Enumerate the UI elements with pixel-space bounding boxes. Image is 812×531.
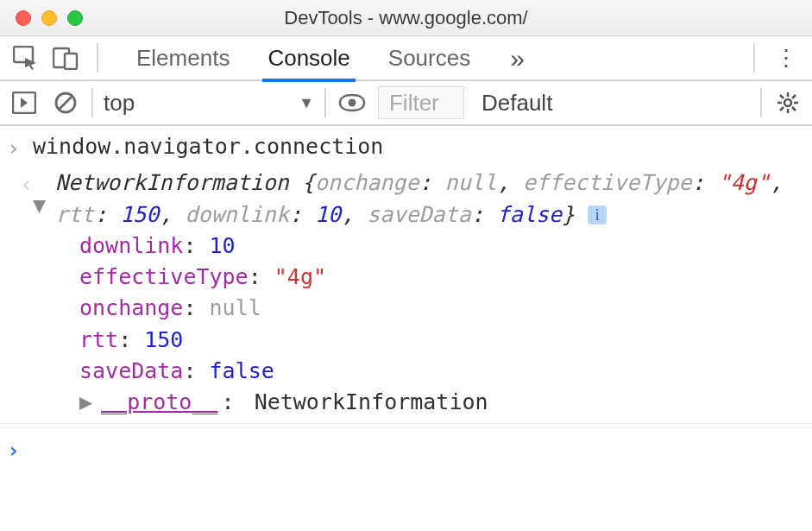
window-title: DevTools - www.google.com/ [0,7,812,29]
console-result: ▼ NetworkInformation {onchange: null, ef… [33,168,803,418]
console-result-row: › ▼ NetworkInformation {onchange: null, … [0,166,812,424]
svg-rect-0 [14,47,33,62]
inspect-element-icon[interactable] [9,41,43,75]
input-marker-icon: › [7,131,33,164]
more-menu-icon[interactable]: ⋮ [769,45,803,72]
tab-console[interactable]: Console [264,35,353,80]
property-row[interactable]: effectiveType: "4g" [79,262,803,293]
divider [760,88,762,117]
console-prompt-row: › [0,427,812,468]
tabs-overflow-icon[interactable]: » [510,42,525,73]
output-marker-icon: › [7,168,33,200]
property-row[interactable]: saveData: false [79,356,803,387]
divider [753,43,755,73]
console-settings-icon[interactable] [772,91,803,115]
console-input-row: › window.navigator.connection [0,130,812,166]
result-summary[interactable]: NetworkInformation {onchange: null, effe… [55,168,803,231]
property-row[interactable]: downlink: 10 [79,231,803,262]
svg-line-12 [780,95,784,98]
live-expression-icon[interactable] [337,87,368,118]
filter-input[interactable]: Filter [378,86,464,119]
divider [324,88,326,117]
svg-line-15 [780,107,784,111]
svg-point-6 [348,99,356,107]
svg-point-7 [784,99,791,106]
result-properties: downlink: 10 effectiveType: "4g" onchang… [79,231,803,419]
zoom-window-button[interactable] [67,10,83,26]
prompt-marker-icon: › [7,433,33,466]
context-selector[interactable]: top ▼ [104,90,314,117]
console-body: › window.navigator.connection › ▼ Networ… [0,126,812,469]
info-icon[interactable]: i [588,205,607,224]
property-row[interactable]: onchange: null [79,293,803,324]
console-input-text: window.navigator.connection [33,131,803,162]
clear-console-icon[interactable] [50,87,81,118]
device-toolbar-icon[interactable] [48,41,83,75]
toggle-drawer-icon[interactable] [9,87,40,118]
devtools-tabbar: Elements Console Sources » ⋮ [0,36,812,81]
svg-line-14 [792,95,796,98]
proto-row[interactable]: ▶ __proto__: NetworkInformation [79,387,803,418]
svg-line-13 [792,107,796,111]
tab-list: Elements Console Sources [133,35,474,80]
svg-rect-2 [65,54,77,69]
expand-proto-toggle[interactable]: ▶ [79,387,92,418]
context-selector-label: top [104,90,135,117]
tab-elements[interactable]: Elements [133,35,233,80]
divider [91,88,93,117]
minimize-window-button[interactable] [41,10,57,26]
property-row[interactable]: rtt: 150 [79,325,803,356]
expand-result-toggle[interactable]: ▼ [33,168,55,221]
divider [97,43,98,73]
window-controls [16,10,83,26]
svg-line-5 [60,97,72,109]
titlebar: DevTools - www.google.com/ [0,0,812,36]
close-window-button[interactable] [16,10,31,26]
filter-placeholder: Filter [389,90,439,117]
dropdown-icon: ▼ [299,94,314,112]
console-prompt-input[interactable] [33,433,803,466]
log-level-selector[interactable]: Default [482,90,552,117]
tab-sources[interactable]: Sources [385,35,474,80]
console-toolbar: top ▼ Filter Default [0,81,812,126]
